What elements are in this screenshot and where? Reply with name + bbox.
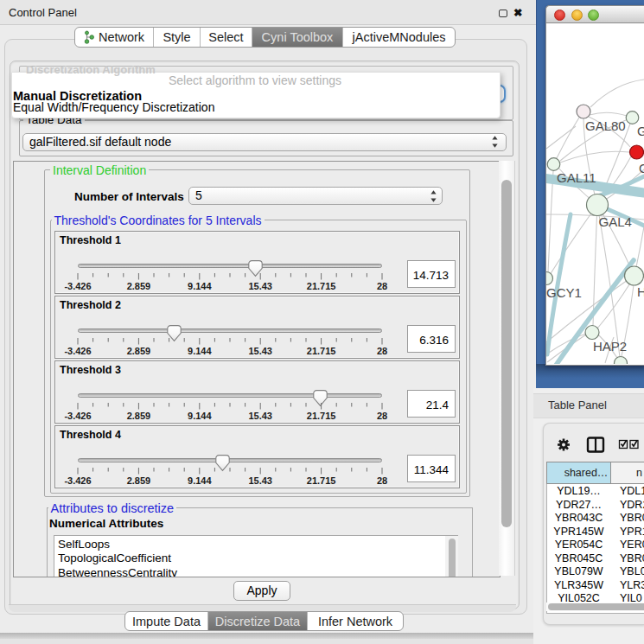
svg-text:G: G [639,161,644,175]
svg-text:GA: GA [637,124,644,138]
svg-text:GAL11: GAL11 [557,170,596,185]
svg-text:HAP2: HAP2 [593,339,627,354]
svg-text:GAL4: GAL4 [599,214,632,229]
svg-text:GAL80: GAL80 [585,118,626,133]
svg-text:HA: HA [637,284,644,299]
svg-text:GCY1: GCY1 [546,285,582,300]
